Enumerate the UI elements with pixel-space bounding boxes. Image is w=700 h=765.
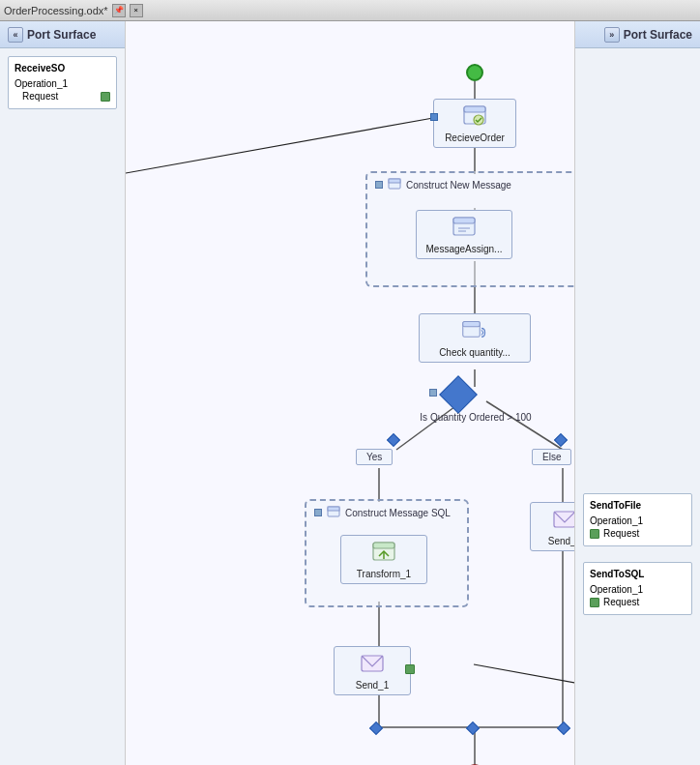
decision-label: Is Quantity Ordered > 100	[389, 412, 563, 423]
check-quantity-icon	[461, 318, 488, 345]
pin-button[interactable]: 📌	[112, 4, 126, 17]
receiveso-request-connector	[101, 92, 110, 102]
port-surface-left-label: Port Surface	[27, 28, 96, 42]
port-surface-right-header: » Port Surface	[575, 21, 700, 48]
construct-message-sql-container: Construct Message SQL Transform_1	[305, 499, 469, 607]
svg-rect-21	[464, 106, 485, 112]
port-item-sendtofile-title: SendToFile	[590, 500, 685, 511]
transform-icon	[370, 540, 397, 567]
sendtofile-op1-row: Operation_1	[590, 515, 685, 527]
port-item-sendtosql-title: SendToSQL	[590, 569, 685, 579]
receive-order-node[interactable]: RecieveOrder	[433, 99, 516, 148]
decision-right-connector	[554, 433, 568, 447]
port-surface-left-header: « Port Surface	[0, 21, 125, 48]
join-right-connector	[557, 721, 570, 735]
svg-rect-26	[453, 218, 475, 223]
port-surface-right-label: Port Surface	[624, 28, 692, 42]
svg-line-19	[474, 664, 574, 711]
construct-sql-collapse-icon[interactable]	[314, 509, 322, 516]
check-quantity-label: Check quantity...	[439, 347, 510, 358]
transform-node[interactable]: Transform_1	[340, 535, 427, 584]
send1-icon	[359, 651, 386, 678]
port-item-sendtofile: SendToFile Operation_1 Request	[583, 493, 692, 546]
sendtofile-request-connector	[590, 529, 599, 539]
message-assign-icon	[451, 215, 478, 242]
port-item-op1-label: Operation_1	[15, 78, 68, 89]
title-bar-text: OrderProcessing.odx*	[4, 5, 108, 16]
canvas-area[interactable]: RecieveOrder Construct New Message	[126, 21, 574, 765]
decision-diamond	[439, 375, 478, 414]
send2-icon	[551, 507, 574, 534]
else-branch-box: Else	[532, 449, 571, 465]
send1-right-connector	[405, 664, 415, 674]
sendtofile-request-label: Request	[603, 528, 639, 539]
port-item-request-row: Request	[15, 90, 110, 103]
port-item-request-label: Request	[22, 91, 58, 102]
sendtosql-request-label: Request	[603, 597, 639, 607]
close-button[interactable]: ×	[130, 4, 143, 17]
yes-branch-box: Yes	[356, 449, 393, 465]
construct-new-message-container: Construct New Message MessageAssign...	[365, 171, 574, 287]
sendtosql-op1-label: Operation_1	[590, 584, 643, 595]
port-item-sendtosql: SendToSQL Operation_1 Request	[583, 562, 692, 615]
construct-collapse-icon[interactable]	[375, 181, 383, 189]
start-node	[466, 64, 483, 81]
construct-message-sql-label: Construct Message SQL	[345, 508, 451, 518]
svg-rect-24	[389, 179, 400, 183]
receive-order-icon	[461, 103, 488, 131]
port-surface-left: « Port Surface ReceiveSO Operation_1 Req…	[0, 21, 126, 765]
decision-collapse-icon[interactable]	[429, 389, 437, 397]
svg-rect-34	[373, 543, 394, 548]
port-item-op1-row: Operation_1	[15, 77, 110, 90]
title-bar: OrderProcessing.odx* 📌 ×	[0, 0, 700, 21]
port-item-receiveso: ReceiveSO Operation_1 Request	[8, 56, 117, 109]
sendtofile-op1-label: Operation_1	[590, 515, 643, 526]
sendtosql-request-row: Request	[590, 596, 685, 608]
yes-label: Yes	[366, 452, 382, 462]
transform-label: Transform_1	[357, 569, 411, 579]
send2-node[interactable]: Send_2	[530, 502, 574, 551]
join-center-connector	[466, 721, 480, 735]
sendtofile-request-row: Request	[590, 527, 685, 540]
send2-label: Send_2	[548, 536, 574, 546]
collapse-left-button[interactable]: «	[8, 27, 23, 43]
else-label: Else	[542, 452, 561, 462]
svg-line-7	[486, 401, 563, 450]
construct-sql-icon	[326, 505, 341, 520]
construct-icon	[387, 177, 402, 192]
send1-label: Send_1	[356, 680, 389, 691]
sendtosql-op1-row: Operation_1	[590, 583, 685, 596]
sendtosql-request-connector	[590, 598, 599, 607]
expand-right-button[interactable]: »	[604, 27, 620, 43]
message-assign-node[interactable]: MessageAssign...	[416, 210, 512, 259]
port-item-receiveso-title: ReceiveSO	[15, 63, 110, 74]
svg-rect-30	[463, 322, 481, 327]
construct-new-message-label: Construct New Message	[406, 180, 511, 191]
svg-rect-37	[362, 656, 383, 671]
receive-order-label: RecieveOrder	[445, 132, 505, 143]
decision-container	[445, 381, 472, 408]
svg-line-17	[126, 118, 433, 173]
decision-left-connector	[387, 433, 400, 447]
send1-node[interactable]: Send_1	[334, 646, 411, 695]
join-left-connector	[369, 721, 383, 735]
svg-rect-32	[328, 507, 339, 511]
check-quantity-node[interactable]: Check quantity...	[419, 313, 531, 363]
receive-order-left-connector	[430, 113, 438, 121]
message-assign-label: MessageAssign...	[426, 244, 503, 254]
port-surface-right: » Port Surface SendToFile Operation_1 Re…	[574, 21, 700, 765]
main-container: « Port Surface ReceiveSO Operation_1 Req…	[0, 21, 700, 765]
